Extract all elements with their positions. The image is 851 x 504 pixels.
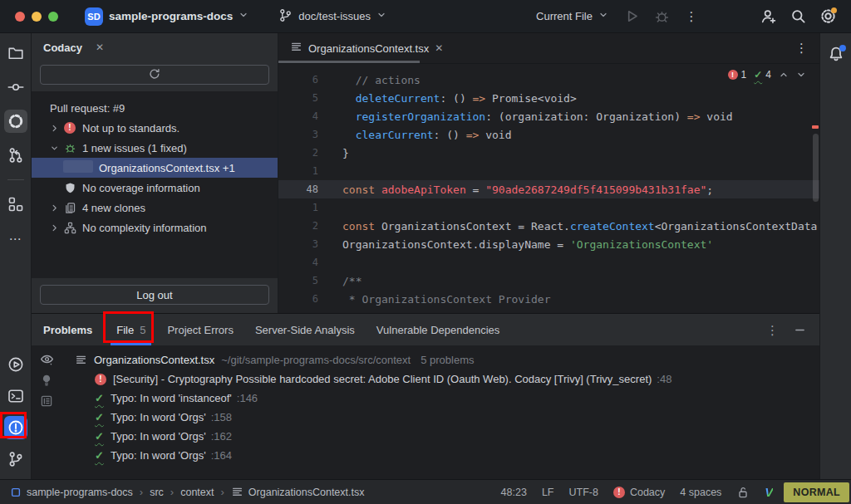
indent-config[interactable]: 4 spaces — [672, 480, 729, 504]
tool-more-horizontal[interactable]: ⋯ — [4, 227, 27, 250]
tab-file[interactable]: File5 — [106, 314, 156, 345]
lightbulb-icon[interactable] — [40, 374, 53, 387]
codacy-tree-item[interactable]: No coverage information — [32, 178, 278, 198]
code-line[interactable]: 4 registerOrganization: (organization: O… — [278, 107, 819, 125]
tool-run[interactable] — [4, 353, 27, 376]
prev-problem-button[interactable] — [779, 70, 789, 80]
inspection-errors[interactable]: !1 — [728, 69, 747, 81]
code-line-current[interactable]: 48const adobeApiToken = "90ade2687249df5… — [278, 180, 819, 198]
run-button[interactable] — [620, 5, 643, 28]
next-problem-button[interactable] — [796, 70, 806, 80]
breadcrumb-organizationscontext-tsx[interactable]: OrganizationsContext.tsx — [231, 486, 365, 498]
minimize-window-button[interactable] — [32, 12, 42, 22]
close-icon[interactable]: ✕ — [96, 42, 104, 53]
line-ending[interactable]: LF — [534, 480, 562, 504]
notifications-button[interactable] — [824, 43, 848, 66]
vim-icon[interactable]: V — [757, 480, 780, 504]
codacy-status[interactable]: !Codacy — [606, 480, 672, 504]
debug-button[interactable] — [650, 5, 673, 28]
tool-terminal[interactable] — [4, 384, 27, 408]
chevron-right-icon[interactable] — [50, 203, 63, 213]
code-text: } — [318, 147, 349, 159]
tool-folder[interactable] — [4, 42, 27, 65]
search-everywhere-button[interactable] — [786, 5, 809, 28]
inspection-ok[interactable]: ✓4 — [754, 69, 771, 81]
editor-scrollbar[interactable] — [813, 134, 819, 202]
code-line[interactable]: 2} — [278, 144, 819, 162]
codacy-panel: Codacy ✕ Pull request: #9!Not up to stan… — [32, 33, 278, 313]
code-line[interactable]: 3 clearCurrent: () => void — [278, 125, 819, 144]
code-line[interactable]: 3OrganizationsContext.displayName = 'Org… — [278, 235, 819, 253]
code-line[interactable]: 5 deleteCurrent: () => Promise<void> — [278, 89, 819, 107]
more-vertical-icon[interactable]: ⋮ — [766, 324, 779, 336]
codacy-tree-item[interactable]: !Not up to standards. — [32, 118, 278, 138]
branch-selector[interactable]: doc/test-issues — [273, 5, 391, 28]
line-number: 4 — [278, 110, 318, 122]
tool-structure[interactable] — [4, 193, 27, 216]
error-circle-icon: ! — [728, 70, 738, 80]
code-line[interactable]: 6 * OrganizationsContext Provider — [278, 290, 819, 308]
tab-vulnerable-dependencies[interactable]: Vulnerable Dependencies — [366, 314, 510, 345]
codacy-tree-item[interactable]: 4 new clones — [32, 198, 278, 218]
breadcrumb-sample-programs-docs[interactable]: sample-programs-docs — [10, 487, 133, 498]
problem-row[interactable]: ✓Typo: In word 'Orgs':162 — [61, 427, 819, 446]
codacy-tree-item[interactable]: 1 new issues (1 fixed) — [32, 138, 278, 158]
breadcrumb-src[interactable]: src — [150, 487, 164, 498]
problem-row[interactable]: ✓Typo: In word 'Orgs':158 — [61, 408, 819, 427]
tool-commit[interactable] — [4, 76, 27, 99]
chevron-right-icon[interactable] — [50, 223, 63, 232]
code-line[interactable]: 7 */ — [278, 308, 819, 313]
more-vertical-icon: ⋮ — [686, 10, 698, 22]
chevron-down-icon[interactable] — [50, 144, 63, 153]
editor-more-button[interactable]: ⋮ — [795, 41, 819, 56]
minimize-icon[interactable] — [794, 324, 806, 336]
problem-row[interactable]: ![Security] - Cryptography Possible hard… — [61, 369, 819, 389]
vim-mode-badge[interactable]: NORMAL — [784, 482, 849, 502]
encoding[interactable]: UTF-8 — [561, 480, 605, 504]
code-editor[interactable]: 6 // actions5 deleteCurrent: () => Promi… — [278, 64, 819, 313]
tool-problems[interactable] — [4, 416, 27, 439]
tab-project-errors[interactable]: Project Errors — [156, 314, 243, 345]
logout-button[interactable]: Log out — [40, 285, 269, 305]
details-icon[interactable] — [40, 394, 53, 408]
codacy-tree-item[interactable]: No complexity information — [32, 218, 278, 237]
problem-row[interactable]: ✓Typo: In word 'instanceof':146 — [61, 389, 819, 408]
settings-button[interactable] — [816, 5, 839, 28]
close-window-button[interactable] — [15, 12, 25, 22]
problems-gutter — [32, 345, 61, 479]
code-text: const OrganizationsContext = React.creat… — [318, 220, 817, 232]
tab-server-side-analysis[interactable]: Server-Side Analysis — [244, 314, 366, 345]
tool-git[interactable] — [4, 448, 27, 471]
line-number: 2 — [278, 147, 318, 159]
problem-row[interactable]: ✓Typo: In word 'Orgs':164 — [61, 446, 819, 465]
readonly-toggle[interactable] — [729, 480, 757, 504]
more-actions-button[interactable]: ⋮ — [680, 5, 703, 28]
codacy-tree-item[interactable]: Pull request: #9 — [32, 98, 278, 118]
project-selector[interactable]: SD sample-programs-docs — [80, 4, 253, 29]
code-line[interactable]: 5/** — [278, 272, 819, 290]
problems-file-name: OrganizationsContext.tsx — [94, 354, 214, 366]
run-config-label: Current File — [536, 10, 593, 22]
tool-pull-request[interactable] — [4, 144, 27, 167]
codacy-tree-item[interactable]: OrganizationsContext.tsx +1 — [32, 158, 278, 178]
code-line[interactable]: 4 — [278, 253, 819, 272]
breadcrumb-context[interactable]: context — [180, 487, 214, 498]
chevron-down-icon — [376, 10, 386, 22]
codacy-refresh-button[interactable] — [40, 65, 269, 85]
code-line[interactable]: 1 — [278, 162, 819, 180]
preview-eye-icon[interactable] — [40, 352, 54, 366]
code-line[interactable]: 1 — [278, 198, 819, 217]
error-stripe-mark[interactable] — [812, 125, 819, 129]
close-tab-icon[interactable]: ✕ — [435, 42, 443, 54]
run-config-selector[interactable]: Current File — [531, 7, 613, 26]
chevron-right-icon[interactable] — [50, 124, 63, 133]
inspection-widget[interactable]: !1✓4 — [728, 69, 806, 81]
maximize-window-button[interactable] — [48, 12, 58, 22]
caret-position[interactable]: 48:23 — [494, 480, 534, 504]
error-circle-icon: ! — [95, 374, 106, 385]
code-line[interactable]: 2const OrganizationsContext = React.crea… — [278, 217, 819, 235]
code-with-me-button[interactable] — [756, 5, 780, 28]
problems-file-group[interactable]: OrganizationsContext.tsx~/git/sample-pro… — [61, 350, 819, 369]
editor-tab-organizationscontext[interactable]: OrganizationsContext.tsx ✕ — [278, 33, 453, 63]
tool-codacy[interactable] — [4, 110, 27, 133]
